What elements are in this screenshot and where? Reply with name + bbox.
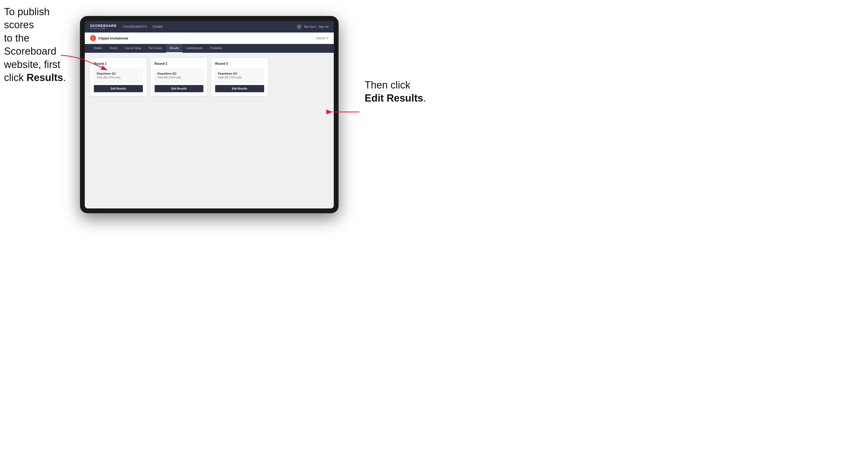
tab-bar: Details Teams Course Setup Tee Groups Re… — [85, 44, 334, 53]
nav-tournaments[interactable]: TOURNAMENTS — [123, 24, 147, 29]
round-1-course-name: Peachtree GC — [97, 72, 140, 76]
round-1-card: Round 1 Peachtree GC Gold (M) (7010 yds)… — [90, 58, 147, 96]
tournament-header: C Clippd Invitational Cancel ✕ — [85, 33, 334, 44]
logo-sub: Powered by clippd — [90, 27, 117, 29]
logo-text: SCOREBOARD — [90, 24, 117, 27]
round-3-card: Round 3 Peachtree GC Gold (M) (7010 yds)… — [211, 58, 268, 96]
round-3-course-detail: Gold (M) (7010 yds) — [218, 76, 261, 80]
tournament-icon: C — [90, 35, 96, 41]
round-1-course-box: Peachtree GC Gold (M) (7010 yds) — [94, 69, 143, 82]
tablet-screen: SCOREBOARD Powered by clippd TOURNAMENTS… — [85, 21, 334, 209]
tab-details[interactable]: Details — [90, 44, 106, 53]
round-3-course-box: Peachtree GC Gold (M) (7010 yds) — [215, 69, 264, 82]
user-avatar: U — [297, 24, 302, 29]
user-name: Test User | — [304, 25, 317, 28]
cancel-button[interactable]: Cancel ✕ — [316, 36, 329, 40]
round-2-course-name: Peachtree GC — [158, 72, 201, 76]
navbar: SCOREBOARD Powered by clippd TOURNAMENTS… — [85, 21, 334, 33]
round-3-title: Round 3 — [215, 62, 264, 66]
tab-course-setup[interactable]: Course Setup — [121, 44, 145, 53]
round-2-course-detail: Gold (M) (7010 yds) — [158, 76, 201, 80]
tab-leaderboards[interactable]: Leaderboards — [182, 44, 206, 53]
tablet-device: SCOREBOARD Powered by clippd TOURNAMENTS… — [80, 16, 339, 213]
round-1-edit-results-button[interactable]: Edit Results — [94, 85, 143, 92]
tab-tee-groups[interactable]: Tee Groups — [145, 44, 166, 53]
round-3-course-name: Peachtree GC — [218, 72, 261, 76]
instruction-left: To publish scores to the Scoreboard webs… — [4, 5, 76, 84]
round-2-edit-results-button[interactable]: Edit Results — [155, 85, 204, 92]
sign-out-link[interactable]: Sign out — [318, 25, 329, 28]
rounds-grid: Round 1 Peachtree GC Gold (M) (7010 yds)… — [90, 58, 329, 96]
tab-results[interactable]: Results — [166, 44, 182, 53]
nav-teams[interactable]: TEAMS — [152, 24, 163, 29]
nav-right: U Test User | Sign out — [297, 24, 329, 29]
round-2-title: Round 2 — [155, 62, 204, 66]
tournament-title-row: C Clippd Invitational — [90, 35, 128, 41]
nav-links: TOURNAMENTS TEAMS — [123, 24, 297, 29]
instruction-right: Then click Edit Results. — [365, 79, 426, 105]
round-1-title: Round 1 — [94, 62, 143, 66]
content-area: Round 1 Peachtree GC Gold (M) (7010 yds)… — [85, 53, 334, 209]
logo-area: SCOREBOARD Powered by clippd — [90, 24, 117, 29]
round-2-course-box: Peachtree GC Gold (M) (7010 yds) — [155, 69, 204, 82]
round-4-placeholder — [272, 58, 329, 96]
tournament-name: Clippd Invitational — [98, 36, 128, 40]
round-3-edit-results-button[interactable]: Edit Results — [215, 85, 264, 92]
round-1-course-detail: Gold (M) (7010 yds) — [97, 76, 140, 80]
round-2-card: Round 2 Peachtree GC Gold (M) (7010 yds)… — [151, 58, 208, 96]
tab-printables[interactable]: Printables — [206, 44, 225, 53]
tab-teams[interactable]: Teams — [106, 44, 121, 53]
